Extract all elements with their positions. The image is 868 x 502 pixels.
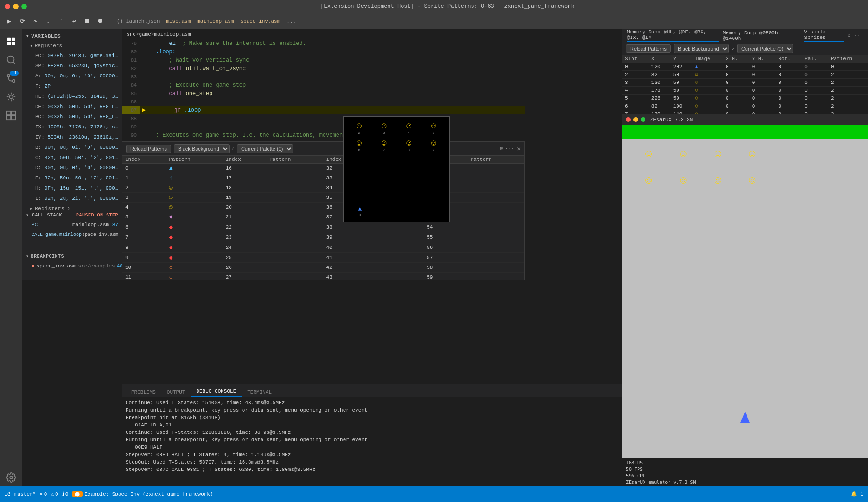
- emulator-min-dot[interactable]: [633, 117, 638, 122]
- vs-col-ym: Y-M.: [749, 55, 776, 63]
- vs-col-x: X: [649, 55, 670, 63]
- palette-select-2[interactable]: Current Palette (0): [737, 44, 793, 53]
- close-button[interactable]: [5, 4, 10, 9]
- console-output[interactable]: Continue: Used T-States: 151008, time: 4…: [122, 397, 622, 485]
- svg-point-13: [10, 476, 13, 479]
- statusbar: ⎇ master* ✕ 0 ⚠ 0 ℹ 0 ⬤ Example: Space I…: [0, 486, 868, 502]
- callstack-panel: ▾ CALL STACK PAUSED ON STEP PC mainloop.…: [22, 210, 122, 252]
- vs-col-rot: Rot.: [776, 55, 802, 63]
- step-out-button[interactable]: ↑: [56, 16, 67, 27]
- var-d: D: 00h, 0u, 0i, '0', 00000000: [26, 163, 122, 173]
- source-control-icon[interactable]: 11: [3, 70, 19, 87]
- console-line-5: Continue: Used T-States: 128803826, time…: [126, 429, 619, 436]
- launch-json-label: () launch.json: [117, 19, 160, 24]
- error-count[interactable]: ✕ 0: [39, 491, 47, 497]
- svg-point-4: [7, 56, 14, 63]
- minimize-button[interactable]: [13, 4, 19, 9]
- bg-select-2[interactable]: Black Background: [674, 44, 729, 53]
- more-icon[interactable]: ···: [505, 146, 514, 152]
- step-over-button[interactable]: ↷: [30, 16, 41, 27]
- memory-dump-tab2[interactable]: Memory Dump @0F00h, @1400h: [723, 30, 791, 41]
- restart-debug-button[interactable]: ↩: [69, 16, 80, 27]
- statusbar-left: ⎇ master* ✕ 0 ⚠ 0 ℹ 0: [5, 491, 68, 497]
- bg-dropdown[interactable]: Black Background White Background: [174, 144, 230, 153]
- warning-count[interactable]: ⚠ 0: [51, 491, 58, 497]
- vs-col-xm: X-M.: [723, 55, 749, 63]
- emulator-max-dot[interactable]: [641, 117, 645, 122]
- svg-rect-3: [12, 42, 15, 45]
- close-sprite-button[interactable]: ✕: [517, 145, 521, 153]
- stop-button[interactable]: ⏹: [82, 16, 93, 27]
- sprite-row-2: ☺ ☺ ☺ ☺: [645, 174, 859, 187]
- vs-row-4: 417850☺00002: [622, 87, 868, 95]
- notification-bell[interactable]: 🔔 1: [851, 491, 863, 497]
- debug-status: ⬤ Example: Space Inv (zxnext_game_framew…: [72, 491, 213, 497]
- debug-icon[interactable]: [3, 89, 19, 105]
- code-line-85: 85 call one_step: [122, 89, 525, 98]
- game-sprite-3: ☺: [715, 148, 721, 160]
- bg-selector[interactable]: Black Background White Background ✓: [174, 144, 234, 153]
- tab-output[interactable]: OUTPUT: [161, 388, 191, 397]
- step-into-button[interactable]: ↓: [43, 16, 54, 27]
- var-pc: PC: 087Fh, 2943u, game.mainloop.lo...: [26, 51, 122, 61]
- emulator-titlebar[interactable]: ZEsarUX 7.3-SN: [622, 114, 868, 125]
- var-de: DE: 0032h, 50u, 50i, REG_LORES_OFF...: [26, 102, 122, 112]
- search-icon[interactable]: [3, 51, 19, 68]
- breakpoints-header[interactable]: ▾ BREAKPOINTS: [22, 252, 122, 261]
- breakpoint-item[interactable]: ● space_inv.asm src/examples 482: [22, 261, 122, 271]
- more-tabs[interactable]: ...: [287, 19, 296, 24]
- registers2-header[interactable]: ▸ Registers 2: [22, 203, 122, 210]
- explorer-icon[interactable]: [3, 33, 19, 50]
- svg-rect-2: [7, 42, 11, 45]
- sprite-patterns-table-container[interactable]: Index Pattern Index Pattern Index Patter…: [122, 156, 524, 279]
- reload-patterns-button-2[interactable]: Reload Patterns: [626, 44, 671, 53]
- git-branch[interactable]: master*: [14, 491, 36, 497]
- reload-patterns-button[interactable]: Reload Patterns: [126, 145, 171, 153]
- console-line-4: 81AE LD A,01: [126, 421, 619, 429]
- tab-debug-console[interactable]: DEBUG CONSOLE: [191, 387, 242, 397]
- memory-dump-tab1[interactable]: Memory Dump @HL, @DE, @BC, @IX, @IY: [627, 29, 719, 42]
- tab-problems[interactable]: PROBLEMS: [126, 388, 161, 397]
- palette-dropdown[interactable]: Current Palette (0): [237, 144, 293, 153]
- code-line-83: 83: [122, 73, 525, 81]
- restart-button[interactable]: ⟳: [17, 16, 28, 27]
- settings-icon[interactable]: [3, 469, 19, 486]
- callstack-header[interactable]: ▾ CALL STACK PAUSED ON STEP: [22, 210, 122, 220]
- maximize-button[interactable]: [21, 4, 27, 9]
- split-icon[interactable]: ⊞: [500, 146, 504, 152]
- variables-section-header[interactable]: ▾ VARIABLES: [22, 31, 122, 41]
- console-line-10: StepOver: 087C CALL 0881 ; T-States: 628…: [126, 466, 619, 473]
- table-row: 5♦213753: [122, 212, 524, 222]
- sprite-preview-panel: ☺2 ☺3 ☺4 ☺5 ☺6 ☺7 ☺8 ☺9 ▲ 0: [343, 116, 450, 222]
- sprite-row-1: ☺ ☺ ☺ ☺: [645, 148, 859, 160]
- svg-point-7: [13, 80, 15, 83]
- table-row: 7◆233955: [122, 232, 524, 242]
- callstack-item-pc[interactable]: PC mainloop.asm 87: [22, 220, 122, 230]
- emulator-fps: 50 FPS: [626, 466, 864, 473]
- panel-controls[interactable]: ⊞ ···: [500, 146, 514, 152]
- visible-sprites-tab[interactable]: Visible Sprites: [804, 29, 843, 42]
- palette-selector[interactable]: Current Palette (0): [237, 144, 293, 153]
- col-pattern1: Pattern: [166, 156, 223, 164]
- continue-button[interactable]: ▶: [4, 16, 15, 27]
- table-row: 1↑173349: [122, 173, 524, 183]
- svg-rect-11: [12, 116, 15, 120]
- more-panel-button[interactable]: ···: [854, 33, 863, 38]
- var-hl: HL: (0F02h)b=255, 3842u, 3842i, sp...: [26, 91, 122, 102]
- window-controls[interactable]: [5, 4, 27, 9]
- registers-label: Registers: [35, 43, 62, 49]
- vs-col-y: Y: [670, 55, 692, 63]
- record-button[interactable]: ⏺: [95, 16, 106, 27]
- close-panel-button[interactable]: ✕: [848, 32, 851, 38]
- misc-asm-label: misc.asm: [166, 19, 191, 24]
- registers-header[interactable]: ▾ Registers: [26, 41, 122, 51]
- extensions-icon[interactable]: [3, 107, 19, 124]
- info-count[interactable]: ℹ 0: [62, 491, 69, 497]
- bg-check-2: ✓: [732, 46, 734, 51]
- registers2-label: Registers 2: [35, 206, 71, 210]
- emulator-close-dot[interactable]: [626, 117, 631, 122]
- callstack-item-call[interactable]: CALL game.mainloop space_inv.asm: [22, 230, 122, 240]
- variables-title: VARIABLES: [31, 33, 61, 39]
- code-line-86: 86: [122, 98, 525, 106]
- tab-terminal[interactable]: TERMINAL: [242, 388, 277, 397]
